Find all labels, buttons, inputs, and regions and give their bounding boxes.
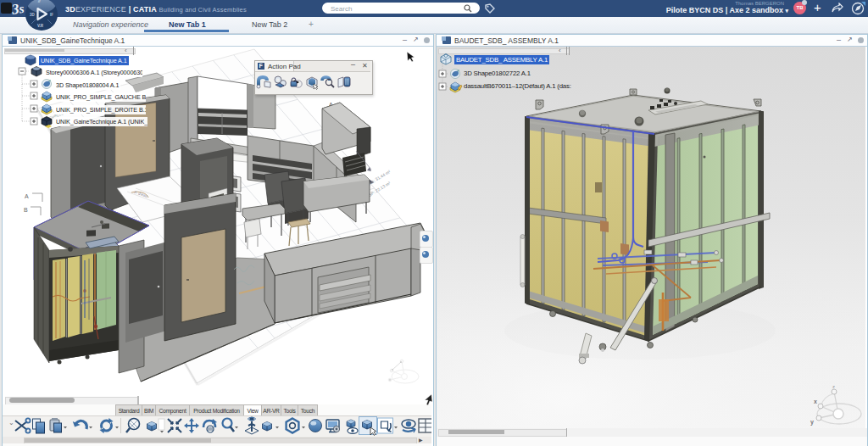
- svg-text:z: z: [832, 386, 835, 389]
- svg-text:x: x: [814, 399, 817, 404]
- svg-text:y: y: [810, 419, 814, 426]
- svg-text:3D: 3D: [30, 13, 36, 17]
- svg-text:IF: IF: [50, 13, 53, 17]
- svg-text:A: A: [25, 193, 29, 199]
- svg-text:B: B: [24, 207, 28, 213]
- svg-text:V.R: V.R: [37, 24, 44, 28]
